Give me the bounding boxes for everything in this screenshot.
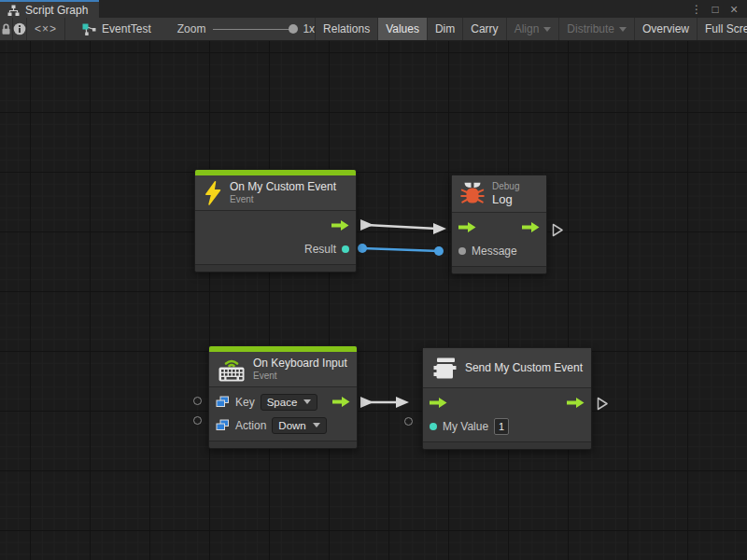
zoom-label: Zoom <box>177 22 206 35</box>
code-view-button[interactable]: <×> <box>27 18 65 40</box>
graph-ref-icon <box>82 23 96 35</box>
node-surtitle: Debug <box>492 181 519 192</box>
node-footer <box>423 441 591 449</box>
value-input-port-message[interactable] <box>458 247 466 255</box>
graph-canvas[interactable] <box>0 41 747 560</box>
node-title: Send My Custom Event <box>465 361 583 375</box>
chevron-down-icon <box>303 399 311 404</box>
zoom-slider-track <box>213 29 295 31</box>
value-input-port-my-value[interactable] <box>430 423 437 430</box>
graph-name: EventTest <box>102 22 151 35</box>
node-debug-log[interactable]: Debug Log Message <box>451 175 547 274</box>
toolbar-button-values[interactable]: Values <box>377 18 427 40</box>
chevron-down-icon <box>543 27 551 32</box>
unity-script-graph-window: Script Graph ⋮ □ × <×> <box>0 0 747 560</box>
toolbar-button-dim[interactable]: Dim <box>427 18 462 40</box>
node-subtitle: Event <box>253 371 347 382</box>
flow-output-port[interactable] <box>522 221 540 233</box>
bug-icon <box>460 182 485 206</box>
action-dropdown[interactable]: Down <box>272 417 326 434</box>
node-header[interactable]: Send My Custom Event <box>423 348 591 388</box>
node-header[interactable]: Debug Log <box>452 175 546 213</box>
tab-script-graph[interactable]: Script Graph <box>0 0 99 18</box>
flow-output-port[interactable] <box>567 397 585 409</box>
flow-continuation-icon[interactable] <box>552 223 564 237</box>
flow-output-port[interactable] <box>331 219 349 231</box>
toolbar-button-relations[interactable]: Relations <box>315 18 377 40</box>
inspect-button[interactable] <box>13 18 27 40</box>
value-output-port-result[interactable] <box>342 245 349 253</box>
flow-output-port[interactable] <box>332 396 350 408</box>
port-label-key: Key <box>235 396 255 409</box>
toolbar-button-distribute[interactable]: Distribute <box>558 18 634 40</box>
toolbar-right-group: Relations Values Dim Carry Align Distrib… <box>315 18 747 40</box>
lightning-icon <box>204 181 222 205</box>
flow-input-port[interactable] <box>458 221 476 233</box>
toolbar-button-carry[interactable]: Carry <box>462 18 505 40</box>
tab-bar: Script Graph ⋮ □ × <box>0 0 747 18</box>
node-header[interactable]: On Keyboard Input Event <box>209 352 357 387</box>
send-event-icon <box>431 356 458 380</box>
toolbar-button-fullscreen[interactable]: Full Screen <box>697 18 747 40</box>
maximize-icon[interactable]: □ <box>708 3 723 16</box>
node-body: Key Space Action Down <box>209 387 357 441</box>
node-title: On My Custom Event <box>230 180 336 194</box>
toolbar-button-align[interactable]: Align <box>506 18 559 40</box>
node-body: My Value <box>423 388 591 441</box>
close-icon[interactable]: × <box>726 2 741 17</box>
node-footer <box>452 266 546 273</box>
node-title: On Keyboard Input <box>253 357 347 371</box>
chevron-down-icon <box>619 27 627 32</box>
port-label-message: Message <box>472 245 517 258</box>
node-send-my-custom-event[interactable]: Send My Custom Event My Value <box>422 347 592 450</box>
key-dropdown[interactable]: Space <box>261 394 318 411</box>
lock-icon <box>0 22 12 35</box>
node-footer <box>209 441 357 448</box>
keyboard-icon <box>218 357 246 382</box>
my-value-input[interactable] <box>494 418 509 435</box>
node-subtitle: Event <box>230 194 336 205</box>
more-menu-icon[interactable]: ⋮ <box>689 3 704 16</box>
node-header[interactable]: On My Custom Event Event <box>195 175 356 211</box>
enum-type-icon <box>216 396 230 408</box>
chevron-down-icon <box>313 423 320 427</box>
port-label-action: Action <box>235 419 266 432</box>
flow-input-port[interactable] <box>430 397 447 409</box>
toolbar-button-overview[interactable]: Overview <box>634 18 697 40</box>
code-icon: <×> <box>35 22 57 35</box>
node-body: Result <box>195 211 356 264</box>
zoom-control: Zoom 1x <box>177 18 315 40</box>
node-on-keyboard-input[interactable]: On Keyboard Input Event Key Space <box>208 345 358 449</box>
enum-type-icon <box>216 419 230 431</box>
node-body: Message <box>452 213 546 266</box>
zoom-slider-knob[interactable] <box>289 24 298 34</box>
node-footer <box>195 264 356 272</box>
graph-breadcrumb[interactable]: EventTest <box>82 18 151 40</box>
graph-tab-icon <box>7 5 20 16</box>
tab-title: Script Graph <box>25 4 88 17</box>
zoom-value: 1x <box>303 22 315 35</box>
port-label-result: Result <box>304 243 336 256</box>
flow-continuation-icon[interactable] <box>597 397 609 411</box>
port-label-my-value: My Value <box>443 420 488 433</box>
value-input-port-key-outer[interactable] <box>193 397 202 405</box>
value-input-port-action-outer[interactable] <box>193 416 202 425</box>
node-title: Log <box>492 192 519 206</box>
graph-toolbar: <×> EventTest Zoom 1x Relations Values D… <box>0 18 747 41</box>
lock-button[interactable] <box>0 18 13 40</box>
value-input-port-my-value-outer[interactable] <box>404 417 413 426</box>
info-icon <box>13 22 26 35</box>
window-controls: ⋮ □ × <box>689 0 747 18</box>
zoom-slider[interactable] <box>213 23 295 35</box>
node-on-my-custom-event[interactable]: On My Custom Event Event Result <box>194 169 357 273</box>
